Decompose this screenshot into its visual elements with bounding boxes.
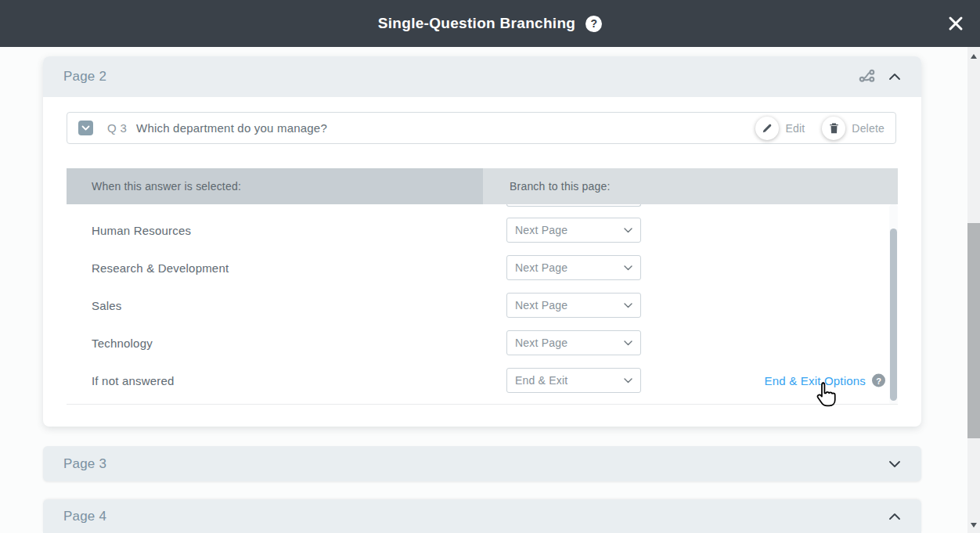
- help-icon[interactable]: ?: [585, 16, 602, 32]
- page2-title: Page 2: [63, 69, 106, 85]
- scroll-down-arrow-icon[interactable]: [971, 523, 977, 528]
- modal-title: Single-Question Branching: [378, 15, 575, 32]
- dropdown-question-icon: [78, 121, 93, 135]
- select-chevron-down-icon: [624, 228, 632, 233]
- answer-column-header: When this answer is selected:: [67, 168, 483, 204]
- branch-table-row: Human Resources Next Page: [67, 211, 898, 249]
- scrolled-select-sliver: [506, 204, 641, 207]
- question-text: Which department do you manage?: [136, 121, 327, 135]
- question-number: Q 3: [107, 121, 127, 135]
- scroll-up-arrow-icon[interactable]: [971, 54, 977, 59]
- branch-column-header: Branch to this page:: [483, 168, 898, 204]
- modal-header: Single-Question Branching ?: [0, 0, 980, 47]
- branch-table: When this answer is selected: Branch to …: [67, 168, 898, 405]
- page2-card: Page 2 Q 3 Which department do you manag…: [43, 56, 921, 427]
- answer-label: Technology: [92, 337, 153, 350]
- inner-scrollbar-thumb[interactable]: [890, 229, 897, 401]
- chevron-up-icon[interactable]: [888, 73, 901, 81]
- branch-select[interactable]: Next Page: [506, 330, 641, 355]
- branch-select-value: Next Page: [515, 224, 567, 236]
- branch-select[interactable]: Next Page: [506, 218, 641, 243]
- page4-title: Page 4: [63, 509, 106, 524]
- select-chevron-down-icon: [624, 303, 632, 308]
- branch-select[interactable]: Next Page: [506, 293, 641, 318]
- page4-header[interactable]: Page 4: [43, 499, 921, 533]
- edit-button[interactable]: Edit: [755, 117, 805, 140]
- delete-button[interactable]: Delete: [822, 117, 885, 140]
- close-icon[interactable]: [945, 13, 967, 34]
- answer-label: Research & Development: [92, 261, 229, 275]
- answer-label: Human Resources: [92, 224, 191, 237]
- branch-table-header: When this answer is selected: Branch to …: [67, 168, 898, 204]
- page2-header[interactable]: Page 2: [43, 56, 921, 97]
- answer-label: If not answered: [92, 374, 175, 387]
- outer-scrollbar-thumb[interactable]: [967, 223, 980, 438]
- delete-label: Delete: [852, 122, 885, 135]
- branch-table-row: Research & Development Next Page: [67, 249, 898, 286]
- chevron-up-icon[interactable]: [888, 513, 901, 520]
- select-chevron-down-icon: [624, 265, 632, 271]
- branch-icon[interactable]: [859, 69, 876, 85]
- page3-header[interactable]: Page 3: [43, 446, 921, 481]
- edit-label: Edit: [785, 122, 805, 135]
- pencil-icon[interactable]: [755, 117, 779, 140]
- question-bar: Q 3 Which department do you manage? Edit…: [67, 112, 896, 144]
- chevron-down-icon[interactable]: [888, 460, 901, 468]
- outer-scrollbar[interactable]: [967, 47, 980, 533]
- branch-table-row: Sales Next Page: [67, 286, 898, 324]
- answer-label: Sales: [92, 299, 122, 312]
- branch-select-value: Next Page: [515, 261, 567, 274]
- end-exit-help-icon[interactable]: ?: [872, 374, 885, 387]
- branch-table-row: Technology Next Page: [67, 324, 898, 362]
- select-chevron-down-icon: [624, 378, 632, 384]
- row-extra: End & Exit Options ?: [765, 374, 886, 387]
- branch-select[interactable]: Next Page: [506, 255, 641, 280]
- branch-select-value: Next Page: [515, 299, 567, 312]
- branch-table-row: If not answered End & Exit End & Exit Op…: [67, 362, 898, 399]
- page3-title: Page 3: [63, 456, 106, 472]
- select-chevron-down-icon: [624, 340, 632, 346]
- end-exit-options-link[interactable]: End & Exit Options: [765, 374, 867, 387]
- branch-select-value: Next Page: [515, 337, 567, 349]
- branch-table-body: Human Resources Next Page Research & Dev…: [67, 204, 898, 405]
- branch-select-value: End & Exit: [515, 374, 567, 387]
- inner-scrollbar[interactable]: [889, 204, 898, 405]
- trash-icon[interactable]: [822, 117, 845, 140]
- branch-select[interactable]: End & Exit: [506, 368, 641, 393]
